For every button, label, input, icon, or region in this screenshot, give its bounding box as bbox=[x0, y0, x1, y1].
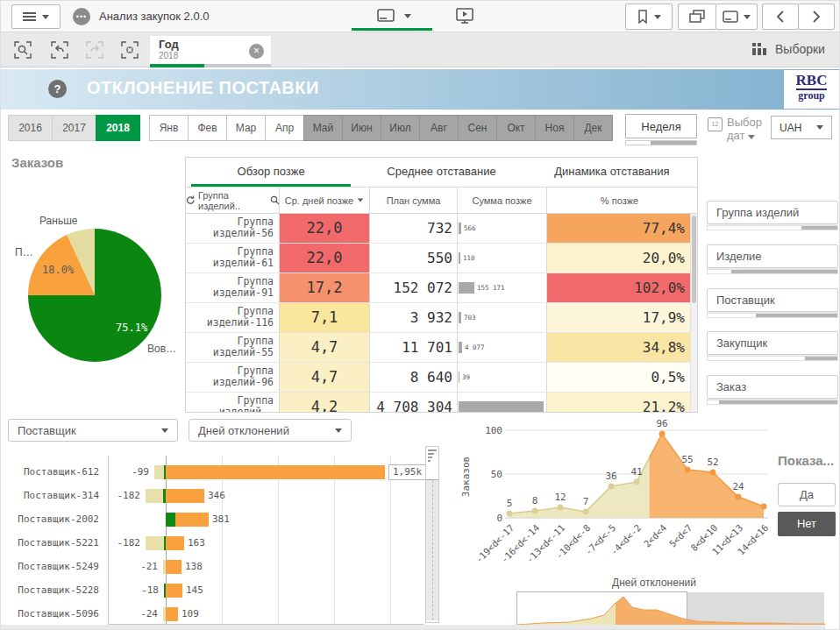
column-group[interactable]: Группа изделий.. bbox=[186, 188, 280, 213]
table-row[interactable]: Группа изделий-…4,24 708 30421,2% bbox=[186, 393, 697, 412]
step-forward-icon[interactable] bbox=[85, 40, 104, 63]
cell-late-sum[interactable]: 155 171 bbox=[458, 273, 547, 302]
cell-days-late[interactable]: 7,1 bbox=[280, 303, 370, 332]
range-selector-chart[interactable] bbox=[516, 591, 825, 626]
show-yes-button[interactable]: Да bbox=[778, 483, 836, 506]
selections-tool-button[interactable]: Выборки bbox=[751, 42, 825, 56]
filter-box-5[interactable]: Заказ bbox=[707, 375, 838, 405]
cell-pct-late[interactable]: 102,0% bbox=[547, 273, 692, 302]
positive-bar[interactable] bbox=[166, 489, 204, 503]
sheet-selector-button[interactable] bbox=[715, 4, 758, 30]
cell-plan-sum[interactable]: 152 072 bbox=[370, 273, 458, 302]
bookmark-button[interactable] bbox=[625, 4, 673, 30]
positive-bar[interactable] bbox=[166, 536, 184, 550]
tab-average-lag[interactable]: Среднее отставание bbox=[356, 158, 526, 187]
cell-pct-late[interactable]: 0,5% bbox=[547, 363, 692, 392]
data-point[interactable] bbox=[507, 511, 513, 517]
cell-late-sum[interactable]: 566 bbox=[458, 214, 547, 243]
data-point[interactable] bbox=[532, 508, 538, 514]
cell-pct-late[interactable]: 21,2% bbox=[547, 393, 692, 412]
month-button-Апр[interactable]: Апр bbox=[265, 115, 304, 141]
data-point[interactable] bbox=[761, 504, 767, 510]
filter-box-scrollbar[interactable] bbox=[707, 225, 838, 230]
cell-plan-sum[interactable]: 11 701 bbox=[370, 333, 458, 362]
data-point[interactable] bbox=[685, 467, 691, 473]
search-icon[interactable] bbox=[270, 195, 279, 205]
supplier-bar-chart[interactable]: Поставщик-612-991,95kПоставщик-314-18234… bbox=[1, 443, 439, 627]
year-button-2017[interactable]: 2017 bbox=[52, 115, 96, 141]
cell-group[interactable]: Группа изделий-55 bbox=[186, 333, 280, 362]
month-button-Сен[interactable]: Сен bbox=[458, 115, 497, 141]
filter-box-4[interactable]: Закупщик bbox=[707, 331, 838, 361]
table-row[interactable]: Группа изделий-554,711 7014 07734,8% bbox=[186, 333, 697, 363]
data-point[interactable] bbox=[634, 479, 640, 485]
sheets-overview-button[interactable] bbox=[678, 4, 716, 30]
selection-chip-year[interactable]: Год 2018 × bbox=[150, 36, 271, 67]
cell-group[interactable]: Группа изделий-91 bbox=[186, 273, 280, 302]
cell-late-sum[interactable]: 39 bbox=[458, 363, 547, 392]
cell-late-sum[interactable]: 703 bbox=[458, 303, 547, 332]
chip-close-icon[interactable]: × bbox=[249, 44, 264, 59]
cell-plan-sum[interactable]: 550 bbox=[370, 244, 458, 273]
cell-group[interactable]: Группа изделий-96 bbox=[186, 363, 280, 392]
tab-late-overview[interactable]: Обзор позже bbox=[186, 158, 356, 187]
filter-box-scrollbar[interactable] bbox=[707, 313, 838, 318]
sheet-view-icon[interactable] bbox=[376, 8, 395, 24]
data-point[interactable] bbox=[736, 494, 742, 500]
week-scrollbar[interactable] bbox=[625, 140, 697, 145]
table-row[interactable]: Группа изделий-5622,073256677,4% bbox=[186, 214, 697, 244]
month-button-Май[interactable]: Май bbox=[303, 115, 343, 141]
filter-box-3[interactable]: Поставщик bbox=[707, 288, 838, 318]
table-row[interactable]: Группа изделий-6122,055011020,0% bbox=[186, 244, 697, 273]
filter-box-scrollbar[interactable] bbox=[707, 356, 838, 361]
smart-search-icon[interactable] bbox=[13, 40, 32, 63]
column-late-sum[interactable]: Сумма позже bbox=[458, 188, 547, 213]
cell-days-late[interactable]: 22,0 bbox=[280, 244, 370, 273]
cell-plan-sum[interactable]: 3 932 bbox=[370, 303, 458, 332]
cell-days-late[interactable]: 4,7 bbox=[280, 333, 370, 362]
cell-plan-sum[interactable]: 8 640 bbox=[370, 363, 458, 392]
cell-late-sum[interactable]: 4 077 bbox=[458, 333, 547, 362]
orders-pie-chart[interactable] bbox=[28, 229, 161, 362]
positive-bar[interactable] bbox=[166, 560, 182, 574]
month-button-Мар[interactable]: Мар bbox=[226, 115, 266, 141]
currency-dropdown[interactable]: UAH bbox=[771, 116, 832, 139]
negative-bar[interactable] bbox=[146, 489, 163, 503]
month-button-Фев[interactable]: Фев bbox=[188, 115, 227, 141]
presentation-icon[interactable] bbox=[455, 7, 474, 25]
prev-sheet-button[interactable] bbox=[762, 4, 799, 30]
month-button-Ноя[interactable]: Ноя bbox=[535, 115, 574, 141]
table-row[interactable]: Группа изделий-1167,13 93270317,9% bbox=[186, 303, 697, 333]
data-point[interactable] bbox=[710, 470, 716, 476]
month-button-Авг[interactable]: Авг bbox=[419, 115, 459, 141]
week-button[interactable]: Неделя bbox=[625, 114, 697, 138]
data-point[interactable] bbox=[659, 431, 666, 437]
cell-group[interactable]: Группа изделий-116 bbox=[186, 303, 280, 332]
cell-pct-late[interactable]: 17,9% bbox=[547, 303, 692, 332]
cell-late-sum[interactable]: 110 bbox=[458, 244, 547, 273]
cell-group[interactable]: Группа изделий-… bbox=[186, 393, 280, 412]
dimension-dropdown[interactable]: Поставщик bbox=[8, 419, 178, 442]
positive-bar[interactable] bbox=[166, 607, 178, 621]
filter-box-scrollbar[interactable] bbox=[707, 400, 838, 405]
data-point[interactable] bbox=[558, 505, 564, 511]
show-no-button[interactable]: Нет bbox=[778, 512, 836, 536]
negative-bar[interactable] bbox=[154, 465, 164, 479]
measure-dropdown[interactable]: Дней отклонений bbox=[189, 419, 352, 442]
cell-group[interactable]: Группа изделий-56 bbox=[186, 214, 280, 243]
cell-days-late[interactable]: 22,0 bbox=[280, 214, 370, 243]
positive-bar[interactable] bbox=[166, 465, 385, 479]
step-back-icon[interactable] bbox=[50, 40, 69, 63]
chart-minimap-scrollbar[interactable] bbox=[425, 446, 439, 623]
month-button-Дек[interactable]: Дек bbox=[573, 115, 613, 141]
clear-selections-icon[interactable] bbox=[120, 40, 139, 63]
sheet-chevron-down-icon[interactable] bbox=[404, 14, 411, 18]
table-row[interactable]: Группа изделий-964,78 640390,5% bbox=[186, 363, 697, 393]
cell-days-late[interactable]: 17,2 bbox=[280, 273, 370, 302]
cell-days-late[interactable]: 4,7 bbox=[280, 363, 370, 392]
date-picker-button[interactable]: 12 Выбор дат bbox=[708, 116, 762, 142]
filter-box-scrollbar[interactable] bbox=[707, 269, 838, 274]
year-button-2016[interactable]: 2016 bbox=[8, 115, 53, 141]
next-sheet-button[interactable] bbox=[798, 4, 835, 30]
month-button-Июл[interactable]: Июл bbox=[381, 115, 420, 141]
